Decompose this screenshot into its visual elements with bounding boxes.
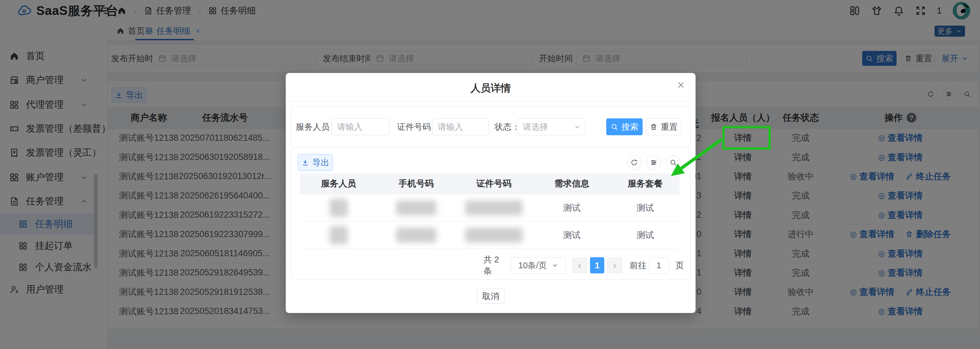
redacted-phone-cell [377, 194, 455, 221]
service-package-cell: 测试 [611, 222, 679, 249]
modal-table-body: 测试 测试 测试 测试 [300, 194, 679, 249]
page-number-1[interactable]: 1 [590, 257, 604, 273]
refresh-button[interactable] [627, 155, 641, 170]
status-label: 状态： [495, 107, 520, 147]
redacted-blur [396, 200, 436, 215]
col-demand-info: 需求信息 [533, 173, 611, 194]
column-settings-button[interactable] [646, 155, 661, 170]
modal-pagination: 共 2 条 10条/页 ‹ 1 › 前往 页 [291, 257, 690, 273]
modal-table-tools [627, 155, 680, 170]
redacted-phone-cell [377, 222, 455, 249]
redacted-blur [329, 199, 348, 217]
modal-divider [286, 101, 695, 101]
status-select[interactable] [517, 118, 585, 135]
redacted-person-cell [300, 222, 377, 249]
modal-table-row: 测试 测试 [300, 222, 679, 249]
service-person-input[interactable] [331, 118, 389, 135]
col-service-person: 服务人员 [300, 173, 377, 194]
modal-filter-card: 服务人员： 证件号码： 状态： 搜索 重置 [291, 106, 690, 147]
redacted-blur [329, 226, 348, 244]
col-phone: 手机号码 [377, 173, 455, 194]
col-service-package: 服务套餐 [611, 173, 679, 194]
modal-export-button[interactable]: 导出 [298, 154, 333, 171]
redacted-blur [396, 228, 436, 243]
service-person-field[interactable] [336, 122, 385, 132]
modal-reset-button[interactable]: 重置 [646, 118, 682, 135]
close-modal-icon[interactable] [676, 80, 686, 90]
app-screen: SaaS服务平台 › 任务管理 › 任务明细 1 [0, 0, 980, 349]
chevron-down-icon [573, 123, 581, 131]
demand-info-cell: 测试 [533, 194, 611, 221]
id-number-input[interactable] [432, 118, 489, 135]
id-number-field[interactable] [437, 122, 484, 132]
redacted-person-cell [300, 194, 377, 221]
search-icon [611, 123, 618, 131]
modal-search-button[interactable]: 搜索 [606, 118, 643, 135]
status-field[interactable] [522, 122, 581, 132]
trash-icon [650, 123, 657, 131]
service-package-cell: 测试 [611, 194, 679, 221]
redacted-blur [465, 228, 522, 243]
table-search-button[interactable] [666, 155, 680, 170]
col-id-number: 证件号码 [455, 173, 533, 194]
modal-table: 服务人员 手机号码 证件号码 需求信息 服务套餐 测试 测试 [300, 173, 679, 249]
page-unit-label: 页 [673, 257, 686, 273]
page-size-select[interactable]: 10条/页 [511, 257, 566, 273]
prev-page-button[interactable]: ‹ [572, 257, 587, 273]
modal-table-row: 测试 测试 [300, 194, 679, 222]
goto-label: 前往 [629, 257, 647, 273]
redacted-blur [465, 200, 522, 215]
redacted-id-cell [455, 194, 533, 221]
chevron-down-icon [551, 262, 558, 269]
modal-table-card: 导出 服务人员 手机号码 证件号码 需求信息 服务套餐 [291, 148, 690, 280]
demand-info-cell: 测试 [533, 222, 611, 249]
download-icon [301, 159, 309, 167]
goto-page-input[interactable] [649, 257, 668, 273]
next-page-button[interactable]: › [607, 257, 622, 273]
goto-page-field[interactable] [649, 260, 668, 271]
modal-title: 人员详情 [286, 81, 695, 95]
modal-table-header: 服务人员 手机号码 证件号码 需求信息 服务套餐 [300, 173, 679, 194]
personnel-detail-modal: 人员详情 服务人员： 证件号码： 状态： 搜索 重置 [286, 73, 695, 313]
cancel-button[interactable]: 取消 [477, 289, 504, 304]
total-count: 共 2 条 [484, 257, 509, 273]
redacted-id-cell [455, 222, 533, 249]
